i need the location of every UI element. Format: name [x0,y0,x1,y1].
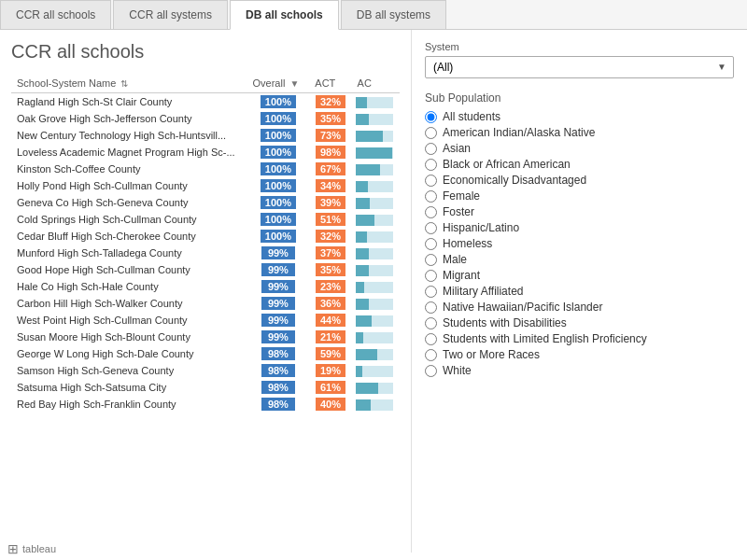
radio-white[interactable] [425,365,437,377]
act-badge: 61% [316,381,345,394]
radio-item-military[interactable]: Military Affiliated [425,285,734,298]
radio-black[interactable] [425,159,437,171]
act-cell: 35% [309,261,351,278]
radio-label-black: Black or African American [443,158,571,171]
tab-db-all-schools[interactable]: DB all schools [230,0,339,30]
school-name-cell: Holly Pond High Sch-Cullman County [11,177,247,194]
bar-cell [352,194,400,211]
radio-item-white[interactable]: White [425,364,734,377]
school-name-cell: Ragland High Sch-St Clair County [11,93,247,111]
radio-item-students-disabilities[interactable]: Students with Disabilities [425,316,734,329]
radio-all-students[interactable] [425,111,437,123]
radio-item-black[interactable]: Black or African American [425,158,734,171]
radio-item-migrant[interactable]: Migrant [425,269,734,282]
radio-label-american-indian: American Indian/Alaska Native [443,126,595,139]
radio-female[interactable] [425,190,437,203]
overall-badge: 99% [261,263,295,276]
radio-foster[interactable] [425,206,437,218]
radio-limited-english[interactable] [425,333,437,345]
school-name-cell: Cedar Bluff High Sch-Cherokee County [11,228,247,245]
sub-population-label: Sub Population [425,91,734,105]
radio-item-foster[interactable]: Foster [425,205,734,218]
radio-item-econ-dis[interactable]: Economically Disadvantaged [425,174,734,187]
radio-item-limited-english[interactable]: Students with Limited English Proficienc… [425,332,734,345]
tab-ccr-all-schools[interactable]: CCR all schools [0,0,111,29]
act-badge: 36% [316,297,345,310]
radio-homeless[interactable] [425,238,437,250]
bar-fill [356,164,381,175]
table-row: New Century Technology High Sch-Huntsvil… [11,127,400,144]
radio-students-disabilities[interactable] [425,317,437,329]
act-badge: 59% [316,347,345,360]
act-cell: 36% [309,295,351,312]
overall-badge: 100% [261,146,296,159]
act-badge: 32% [316,230,345,243]
radio-item-american-indian[interactable]: American Indian/Alaska Native [425,126,734,139]
table-row: Munford High Sch-Talladega County99%37% [11,245,400,261]
school-name-cell: George W Long High Sch-Dale County [11,345,247,362]
tab-db-all-systems[interactable]: DB all systems [341,0,446,29]
tableau-logo-icon: ⊞ [7,541,19,556]
radio-item-hispanic[interactable]: Hispanic/Latino [425,221,734,234]
radio-military[interactable] [425,286,437,298]
radio-label-foster: Foster [443,205,474,218]
bar-container [356,97,393,108]
filter-icon[interactable]: ⇅ [120,78,128,89]
radio-item-female[interactable]: Female [425,189,734,203]
radio-label-hispanic: Hispanic/Latino [443,221,519,234]
act-badge: 67% [316,162,345,175]
school-name-cell: Samson High Sch-Geneva County [11,362,247,379]
act-cell: 21% [309,329,351,345]
radio-item-native-hawaiian[interactable]: Native Hawaiian/Pacific Islander [425,301,734,314]
bar-cell [352,161,400,177]
bar-container [356,315,393,327]
overall-cell: 100% [247,144,309,161]
bar-fill [356,215,374,226]
radio-item-male[interactable]: Male [425,253,734,266]
overall-cell: 99% [247,261,309,278]
bar-cell [352,127,400,144]
overall-cell: 99% [247,278,309,295]
radio-male[interactable] [425,254,437,266]
bar-cell [352,379,400,396]
table-row: Good Hope High Sch-Cullman County99%35% [11,261,400,278]
radio-item-two-or-more[interactable]: Two or More Races [425,348,734,361]
radio-asian[interactable] [425,143,437,155]
table-row: Loveless Academic Magnet Program High Sc… [11,144,400,161]
bar-fill [356,265,369,276]
table-row: Satsuma High Sch-Satsuma City98%61% [11,379,400,396]
act-cell: 32% [309,93,351,111]
col-overall: Overall ▼ [247,74,309,93]
radio-item-all-students[interactable]: All students [425,110,734,123]
radio-item-homeless[interactable]: Homeless [425,237,734,250]
bar-fill [356,248,370,259]
radio-native-hawaiian[interactable] [425,301,437,314]
overall-badge: 98% [261,381,295,394]
tab-ccr-all-systems[interactable]: CCR all systems [113,0,228,29]
school-name-cell: Good Hope High Sch-Cullman County [11,261,247,278]
radio-hispanic[interactable] [425,222,437,234]
table-row: Ragland High Sch-St Clair County100%32% [11,93,400,111]
sort-overall-icon[interactable]: ▼ [289,78,299,89]
main-content: CCR all schools School-System Name ⇅ Ove… [0,30,747,553]
overall-cell: 100% [247,110,309,127]
bar-container [356,231,393,243]
act-cell: 98% [309,144,351,161]
radio-american-indian[interactable] [425,127,437,139]
table-row: George W Long High Sch-Dale County98%59% [11,345,400,362]
bar-container [356,198,393,209]
radio-migrant[interactable] [425,270,437,282]
bar-container [356,147,393,159]
radio-econ-dis[interactable] [425,175,437,187]
overall-badge: 98% [261,347,295,360]
tab-bar: CCR all schools CCR all systems DB all s… [0,0,747,30]
table-row: Kinston Sch-Coffee County100%67% [11,161,400,177]
table-row: Red Bay High Sch-Franklin County98%40% [11,396,400,413]
radio-two-or-more[interactable] [425,349,437,361]
radio-item-asian[interactable]: Asian [425,142,734,155]
system-select[interactable]: (All) [425,56,734,78]
overall-badge: 99% [261,246,295,259]
bar-cell [352,362,400,379]
bar-cell [352,329,400,345]
overall-badge: 100% [261,230,296,243]
